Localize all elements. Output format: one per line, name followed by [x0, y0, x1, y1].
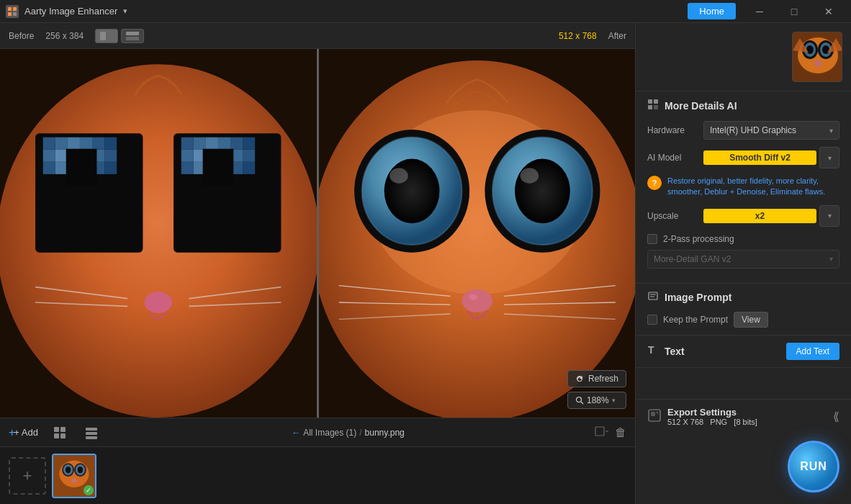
app-title: Aarty Image Enhancer — [24, 6, 117, 17]
svg-rect-33 — [206, 138, 218, 150]
home-button[interactable]: Home — [688, 3, 736, 19]
text-left: T Text — [647, 344, 685, 359]
svg-rect-32 — [194, 138, 206, 150]
titlebar-controls: Home ─ □ ✕ — [688, 0, 845, 23]
grid-icon — [53, 426, 66, 439]
export-details: 512 X 768 PNG [8 bits] — [667, 418, 757, 426]
ai-model-dropdown-arrow[interactable]: ▾ — [819, 147, 839, 168]
more-detail-value: More-Detail GAN v2 — [654, 254, 731, 264]
svg-rect-24 — [55, 162, 68, 174]
svg-rect-28 — [104, 162, 117, 174]
export-header: Export Settings 512 X 768 PNG [8 bits] ⟪ — [647, 407, 839, 426]
svg-rect-84 — [86, 432, 97, 435]
svg-rect-1 — [13, 7, 17, 11]
ai-model-badge: Smooth Diff v2 — [703, 150, 816, 165]
delete-button[interactable]: 🗑 — [615, 426, 626, 439]
back-arrow[interactable]: ← — [292, 428, 300, 438]
image-panel: Before 256 x 384 — [0, 23, 635, 504]
spacer — [636, 368, 851, 399]
svg-rect-111 — [654, 105, 658, 109]
svg-point-68 — [461, 289, 492, 312]
image-display: Refresh 188% ▾ — [0, 49, 635, 418]
svg-point-60 — [384, 159, 439, 224]
more-detail-dropdown: More-Detail GAN v2 ▾ — [647, 250, 839, 269]
hardware-dropdown[interactable]: Intel(R) UHD Graphics ▾ — [703, 121, 839, 140]
export-bits: [8 bits] — [734, 418, 757, 426]
run-button[interactable]: RUN — [788, 441, 839, 492]
text-section: T Text Add Text — [636, 336, 851, 368]
keep-prompt-row: Keep the Prompt View — [647, 312, 839, 328]
svg-rect-110 — [648, 105, 652, 109]
text-icon: T — [647, 344, 659, 359]
minimize-button[interactable]: ─ — [743, 0, 776, 23]
preview-image — [793, 32, 842, 82]
close-button[interactable]: ✕ — [812, 0, 845, 23]
after-label: After — [608, 31, 626, 41]
list-view-button[interactable] — [81, 425, 102, 441]
svg-point-77 — [576, 397, 581, 402]
ai-model-row: AI Model Smooth Diff v2 ▾ — [647, 147, 839, 168]
image-prompt-section: Image Prompt Keep the Prompt View — [636, 284, 851, 336]
refresh-button[interactable]: Refresh — [567, 370, 626, 387]
svg-rect-4 — [100, 32, 106, 40]
zoom-control[interactable]: 188% ▾ — [567, 392, 626, 409]
preview-area — [636, 23, 851, 91]
svg-rect-2 — [8, 12, 12, 16]
before-image — [0, 49, 317, 418]
section-header-more-details: More Details AI — [647, 99, 839, 112]
svg-rect-83 — [86, 428, 97, 431]
keep-prompt-checkbox[interactable] — [647, 315, 657, 325]
app-icon — [6, 5, 19, 18]
svg-point-94 — [66, 466, 71, 472]
text-section-title: Text — [665, 346, 685, 357]
svg-rect-108 — [648, 99, 652, 104]
svg-rect-34 — [218, 138, 230, 150]
split-controls — [95, 29, 144, 43]
svg-rect-12 — [55, 138, 68, 150]
model-chevron-icon: ▾ — [828, 154, 832, 162]
svg-rect-23 — [43, 162, 55, 174]
split-view-button[interactable] — [95, 29, 118, 43]
svg-point-61 — [390, 168, 408, 183]
zoom-icon — [575, 396, 584, 405]
svg-rect-5 — [107, 32, 113, 40]
more-detail-control: More-Detail GAN v2 ▾ — [647, 250, 839, 269]
after-size: 512 x 768 — [559, 31, 597, 41]
add-text-button[interactable]: Add Text — [786, 343, 839, 360]
more-detail-gan-row: More-Detail GAN v2 ▾ — [647, 250, 839, 269]
image-info-button[interactable] — [595, 426, 609, 438]
svg-rect-117 — [651, 412, 655, 416]
image-prompt-icon — [647, 291, 659, 305]
breadcrumb-separator: / — [359, 428, 361, 438]
breadcrumb-all: All Images (1) — [303, 428, 356, 438]
add-label: + Add — [14, 427, 38, 438]
thumbnail-item[interactable]: ✓ — [52, 454, 96, 498]
svg-rect-14 — [80, 138, 92, 150]
more-detail-chevron: ▾ — [829, 255, 833, 263]
thumbnail-check-icon: ✓ — [84, 485, 94, 495]
grid-view-button[interactable] — [50, 425, 70, 441]
svg-rect-86 — [595, 427, 604, 436]
maximize-button[interactable]: □ — [778, 0, 811, 23]
view-button[interactable]: View — [734, 312, 768, 328]
upscale-dropdown-arrow[interactable]: ▾ — [819, 205, 839, 227]
titlebar-left: Aarty Image Enhancer ▾ — [6, 5, 127, 18]
two-pass-row: 2-Pass processing — [647, 234, 839, 244]
refresh-icon — [575, 374, 584, 383]
upscale-chevron-icon: ▾ — [828, 212, 832, 220]
two-pass-checkbox[interactable] — [647, 234, 657, 244]
image-prompt-header: Image Prompt — [647, 291, 839, 305]
export-expand-button[interactable]: ⟪ — [833, 410, 839, 423]
svg-rect-13 — [68, 138, 80, 150]
add-thumbnail-button[interactable]: + — [9, 457, 46, 495]
add-button[interactable]: + + Add — [9, 426, 38, 439]
right-panel: More Details AI Hardware Intel(R) UHD Gr… — [635, 23, 851, 504]
hardware-control: Intel(R) UHD Graphics ▾ — [703, 121, 839, 140]
side-by-side-button[interactable] — [121, 29, 144, 43]
info-icon: ? — [647, 176, 662, 190]
svg-point-96 — [71, 478, 76, 482]
export-size: 512 X 768 — [667, 418, 703, 426]
export-format: PNG — [710, 418, 727, 426]
titlebar-dropdown-icon[interactable]: ▾ — [123, 6, 127, 16]
svg-point-66 — [520, 168, 539, 183]
